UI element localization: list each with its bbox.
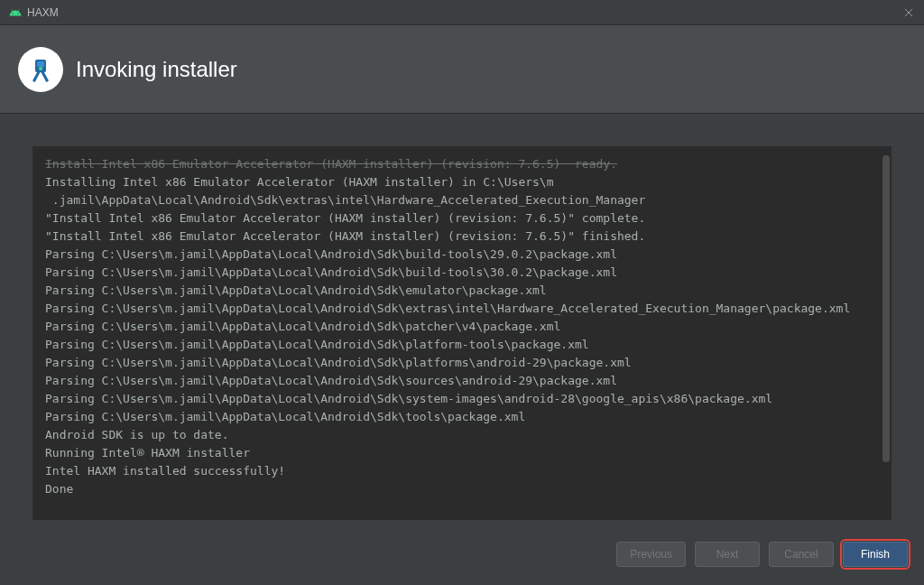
svg-point-6 <box>46 79 49 81</box>
console-text: Install Intel x86 Emulator Accelerator (… <box>45 155 879 498</box>
console-cutoff-line: Install Intel x86 Emulator Accelerator (… <box>45 157 617 171</box>
next-button[interactable]: Next <box>695 542 760 567</box>
cancel-button[interactable]: Cancel <box>769 542 834 567</box>
svg-point-5 <box>33 79 36 81</box>
finish-button[interactable]: Finish <box>843 542 908 567</box>
titlebar: HAXM <box>0 0 924 25</box>
close-icon[interactable] <box>902 6 915 19</box>
previous-button[interactable]: Previous <box>616 542 686 567</box>
svg-point-4 <box>39 67 42 70</box>
console-lines: Installing Intel x86 Emulator Accelerato… <box>45 175 850 496</box>
android-icon <box>9 6 22 19</box>
footer-buttons: Previous Next Cancel Finish <box>0 529 924 585</box>
scrollbar-thumb[interactable] <box>882 155 890 462</box>
console-output[interactable]: Install Intel x86 Emulator Accelerator (… <box>32 146 892 520</box>
android-studio-logo <box>18 47 63 92</box>
header: Invoking installer <box>0 25 924 114</box>
page-title: Invoking installer <box>76 57 237 82</box>
window-title: HAXM <box>27 6 59 19</box>
svg-rect-3 <box>37 61 44 67</box>
content-area: Install Intel x86 Emulator Accelerator (… <box>0 114 924 529</box>
